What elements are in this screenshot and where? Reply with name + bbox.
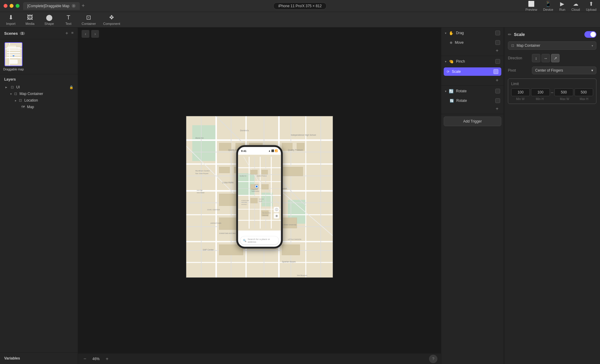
svg-text:Alura Inn: Alura Inn [195, 137, 204, 139]
right-panel: ✏ Scale ⊡ Map Container ▾ Direction ↕ ↔ [504, 28, 600, 364]
device-button[interactable]: 📱 Device [543, 1, 554, 11]
drag-collapse-icon: ▾ [445, 31, 446, 35]
layer-frame-icon: ⊡ [10, 85, 14, 89]
close-button[interactable] [4, 4, 8, 8]
canvas-nav: ‹ › [78, 28, 441, 40]
drag-header[interactable]: ▾ ✋ Drag [441, 28, 504, 38]
media-tool[interactable]: 🖼 Media [24, 14, 36, 25]
pinch-add-item[interactable]: + [441, 76, 504, 85]
upload-button[interactable]: ⬆ Upload [586, 1, 596, 11]
max-w-input[interactable] [554, 88, 573, 96]
rotate-sub-check[interactable] [495, 98, 500, 103]
rotate-header[interactable]: ▾ 🔄 Rotate [441, 86, 504, 96]
text-icon: T [67, 14, 70, 21]
titlebar: [Complete]Draggable Map ✕ + iPhone 11 Pr… [0, 0, 600, 12]
pivot-selector[interactable]: Center of Fingers ▾ [532, 67, 596, 74]
tab-label: [Complete]Draggable Map [27, 4, 69, 8]
component-tool[interactable]: ❖ Component [103, 14, 120, 25]
scene-thumb-item[interactable]: Draggable map [3, 42, 24, 71]
upload-icon: ⬆ [589, 1, 593, 7]
scale-icon: ⟳ [447, 70, 449, 74]
phone-search-bar[interactable]: 🔍 Search for a place or address [241, 236, 279, 244]
minimize-button[interactable] [10, 4, 14, 8]
min-h-input[interactable] [531, 88, 550, 96]
canvas-area: ‹ › [78, 28, 441, 364]
rotate-add-item[interactable]: + [441, 105, 504, 114]
canvas-viewport[interactable]: Alura Inn Domino's Independence High Sch… [78, 40, 441, 353]
rotate-sub-item[interactable]: 🔄 Rotate [441, 96, 504, 105]
scale-section-title: Scale [514, 32, 525, 37]
phone-info-button[interactable]: ⓘ [274, 207, 279, 212]
svg-rect-7 [8, 45, 16, 48]
scene-thumbnails: Draggable map [0, 39, 78, 74]
layer-map-container-expand: ▾ [10, 92, 12, 96]
max-h-input[interactable] [574, 88, 593, 96]
direction-buttons: ↕ ↔ ↗ [532, 54, 560, 62]
svg-text:JAPANTOWN: JAPANTOWN [210, 222, 221, 224]
scale-label: Scale [452, 70, 461, 74]
container-tool[interactable]: ⊡ Container [82, 14, 96, 25]
scenes-count-badge: 1 [20, 32, 25, 35]
dir-vertical-button[interactable]: ↕ [532, 54, 540, 62]
svg-rect-40 [219, 167, 230, 173]
min-w-input[interactable] [511, 88, 530, 96]
svg-text:PARK: PARK [259, 200, 262, 202]
active-tab[interactable]: [Complete]Draggable Map ✕ [23, 2, 80, 10]
scale-toggle[interactable] [584, 31, 596, 38]
zoom-out-button[interactable]: − [82, 356, 88, 362]
phone-location-button[interactable]: ⊕ [274, 213, 279, 218]
layers-title: Layers [4, 77, 74, 81]
rotate-checkbox[interactable] [495, 89, 500, 93]
layer-map[interactable]: 🗺 Map [4, 104, 74, 110]
dir-diagonal-button[interactable]: ↗ [551, 54, 560, 62]
preview-button[interactable]: ⬜ Preview [525, 1, 537, 11]
svg-text:San Jose Airport: San Jose Airport [195, 173, 208, 174]
help-button[interactable]: ? [429, 355, 437, 363]
layer-ui[interactable]: ▸ ⊡ UI 🔒 [4, 84, 74, 90]
import-tool[interactable]: ⬇ Import [5, 14, 17, 25]
component-selector-label: ⊡ Map Container [511, 43, 540, 48]
device-frame: Alura Inn Domino's Independence High Sch… [186, 116, 333, 278]
layer-location[interactable]: ▸ ⊡ Location [4, 97, 74, 104]
scale-check[interactable] [494, 69, 498, 74]
add-tab-button[interactable]: + [82, 3, 85, 9]
limit-sep-label [550, 97, 554, 101]
cloud-button[interactable]: ☁ Cloud [571, 1, 580, 11]
shape-tool[interactable]: ⬤ Shape [43, 14, 55, 25]
svg-text:nne Hotel: nne Hotel [197, 192, 205, 194]
run-button[interactable]: ▶ Run [559, 1, 565, 11]
drag-move-check[interactable] [495, 40, 500, 45]
zoom-in-button[interactable]: + [104, 356, 110, 362]
drag-add-item[interactable]: + [441, 47, 504, 56]
device-label: iPhone 11 Pro/X 375 × 812 [278, 4, 322, 8]
left-panel: Scenes 1 + ≡ [0, 28, 78, 364]
pinch-checkbox[interactable] [495, 59, 500, 64]
max-h-label: Max H [575, 97, 593, 101]
move-icon: ⊕ [450, 41, 452, 45]
layer-map-icon: 🗺 [21, 105, 25, 109]
component-selector[interactable]: ⊡ Map Container ▾ [508, 41, 596, 50]
maximize-button[interactable] [16, 4, 20, 8]
layer-location-icon: ⊡ [18, 98, 22, 102]
media-icon: 🖼 [27, 14, 33, 21]
svg-rect-46 [282, 218, 297, 228]
nav-forward-button[interactable]: › [91, 30, 99, 38]
max-w-label: Max W [556, 97, 574, 101]
tab-close-button[interactable]: ✕ [72, 4, 76, 8]
drag-move-item[interactable]: ⊕ Move [441, 38, 504, 47]
shape-label: Shape [44, 22, 54, 25]
nav-back-button[interactable]: ‹ [82, 30, 89, 38]
layer-map-container[interactable]: ▾ ⊡ Map Container [4, 90, 74, 97]
text-tool[interactable]: T Text [62, 14, 74, 25]
dir-horizontal-button[interactable]: ↔ [542, 54, 550, 62]
rotate-plus-icon: + [494, 106, 500, 111]
preview-label: Preview [525, 8, 537, 11]
add-trigger-button[interactable]: Add Trigger [444, 117, 501, 126]
device-tool-label: Device [543, 8, 554, 11]
device-selector[interactable]: iPhone 11 Pro/X 375 × 812 [273, 2, 327, 10]
pinch-header[interactable]: ▾ 🤏 Pinch [441, 56, 504, 67]
scenes-list-icon[interactable]: ≡ [71, 31, 74, 36]
scale-item[interactable]: ⟳ Scale [444, 67, 501, 76]
drag-checkbox[interactable] [495, 31, 500, 35]
add-scene-button[interactable]: + [65, 31, 68, 36]
